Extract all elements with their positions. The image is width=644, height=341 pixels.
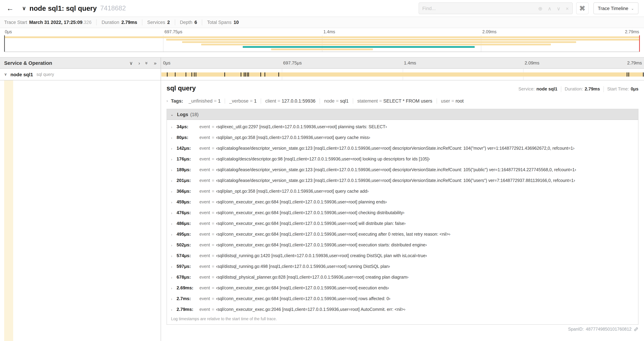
span-service-name: node sql1 bbox=[10, 72, 33, 77]
find-input[interactable] bbox=[422, 6, 533, 11]
log-row[interactable]: › 2.69ms: event=‹sql/conn_executor_exec.… bbox=[167, 282, 638, 293]
log-row[interactable]: › 574μs: event=‹sql/distsql_running.go:1… bbox=[167, 250, 638, 261]
row-collapse-chevron-icon[interactable]: ∨ bbox=[4, 72, 7, 77]
time-tick-label: 2.09ms bbox=[481, 30, 496, 34]
log-row[interactable]: › 189μs: event=‹sql/catalog/lease/descri… bbox=[167, 164, 638, 175]
log-field-key: event bbox=[200, 232, 210, 237]
meta-label: Duration: bbox=[565, 86, 583, 92]
log-marker-tick bbox=[186, 72, 186, 77]
logs-header[interactable]: ⌄ Logs (18) bbox=[167, 109, 638, 120]
log-row[interactable]: › 34μs: event=‹sql/exec_util.go:2297 [ns… bbox=[167, 121, 638, 132]
log-row[interactable]: › 366μs: event=‹sql/plan_opt.go:358 [nsq… bbox=[167, 186, 638, 196]
meta-value: node sql1 bbox=[536, 86, 557, 92]
keyboard-shortcuts-button[interactable]: ⌘ bbox=[576, 3, 588, 14]
log-row[interactable]: › 80μs: event=‹sql/plan_opt.go:358 [nsql… bbox=[167, 132, 638, 143]
minimap-canvas[interactable] bbox=[4, 35, 640, 52]
deep-link-icon[interactable] bbox=[634, 327, 638, 332]
summary-value: 10 bbox=[234, 20, 239, 25]
collapse-one-icon[interactable]: ∨ bbox=[129, 61, 133, 65]
log-marker-tick bbox=[628, 72, 629, 77]
log-field-key: event bbox=[200, 167, 210, 172]
log-timestamp: 486μs: bbox=[176, 218, 200, 229]
log-row[interactable]: › 597μs: event=‹sql/distsql_running.go:4… bbox=[167, 261, 638, 272]
span-row[interactable]: ∨ node sql1 sql query bbox=[0, 69, 644, 80]
log-timestamp: 2.79ms: bbox=[176, 304, 200, 315]
log-field-key: event bbox=[200, 243, 210, 247]
span-row-name-cell[interactable]: ∨ node sql1 sql query bbox=[0, 69, 161, 80]
log-markers bbox=[161, 69, 644, 80]
trace-timeline-label: Trace Timeline bbox=[598, 6, 628, 11]
tag-key: _unfinished bbox=[188, 98, 212, 103]
log-field-key: event bbox=[200, 285, 210, 290]
log-field: event=‹sql/conn_executor_exec.go:684 [ns… bbox=[200, 240, 427, 250]
minimap-span-bar bbox=[242, 46, 474, 48]
log-marker-tick bbox=[192, 72, 192, 77]
log-row[interactable]: › 142μs: event=‹sql/catalog/lease/descri… bbox=[167, 143, 638, 154]
trace-collapse-chevron-icon[interactable]: ∨ bbox=[22, 5, 26, 12]
log-row[interactable]: › 495μs: event=‹sql/conn_executor_exec.g… bbox=[167, 229, 638, 239]
prev-match-icon[interactable]: ∧ bbox=[548, 6, 552, 11]
trace-minimap: 0μs 697.75μs 1.4ms 2.09ms 2.79ms bbox=[4, 28, 640, 52]
trace-summary-item: Duration2.79ms bbox=[96, 19, 142, 25]
log-field: event=‹sql/catalog/lease/descriptor_vers… bbox=[200, 165, 576, 175]
log-row[interactable]: › 502μs: event=‹sql/conn_executor_exec.g… bbox=[167, 239, 638, 250]
log-marker-tick bbox=[224, 72, 225, 77]
equals-sign: = bbox=[212, 232, 214, 237]
next-match-icon[interactable]: ∨ bbox=[557, 6, 560, 11]
log-field-key: event bbox=[200, 221, 210, 226]
tags-toggle[interactable]: › Tags: bbox=[166, 98, 184, 103]
clear-search-icon[interactable]: × bbox=[566, 6, 569, 11]
time-tick-label: 1.4ms bbox=[322, 30, 335, 34]
time-tick-label: 0μs bbox=[5, 30, 12, 34]
log-timestamp: 176μs: bbox=[176, 154, 200, 164]
command-key-icon: ⌘ bbox=[579, 5, 585, 12]
log-row[interactable]: › 486μs: event=‹sql/conn_executor_exec.g… bbox=[167, 218, 638, 229]
meta-value: 2.79ms bbox=[584, 86, 600, 92]
log-row[interactable]: › 201μs: event=‹sql/catalog/lease/descri… bbox=[167, 175, 638, 186]
log-marker-tick bbox=[244, 72, 244, 77]
log-row[interactable]: › 459μs: event=‹sql/conn_executor_exec.g… bbox=[167, 196, 638, 207]
span-id-value: 4877749850101760812 bbox=[586, 327, 632, 332]
log-field: event=‹sql/conn_executor_exec.go:2046 [n… bbox=[200, 304, 406, 315]
expand-one-icon[interactable]: › bbox=[138, 61, 140, 65]
timeline-ticks-header: 0μs 697.75μs 1.4ms 2.09ms 2.79ms bbox=[161, 58, 644, 68]
summary-value: 6 bbox=[194, 20, 197, 25]
log-row[interactable]: › 476μs: event=‹sql/conn_executor_exec.g… bbox=[167, 207, 638, 218]
viewport-right-scrubber[interactable] bbox=[639, 35, 640, 52]
chevron-right-icon: › bbox=[171, 122, 176, 132]
log-row[interactable]: › 678μs: event=‹sql/distsql_physical_pla… bbox=[167, 272, 638, 282]
summary-label: Duration bbox=[102, 20, 119, 25]
span-detail-panel: sql query Service:node sql1 Duration:2.7… bbox=[161, 80, 644, 341]
summary-value: 2 bbox=[167, 20, 170, 25]
log-timestamp: 495μs: bbox=[176, 229, 200, 239]
log-row[interactable]: › 2.79ms: event=‹sql/conn_executor_exec.… bbox=[167, 304, 638, 315]
log-row[interactable]: › 2.7ms: event=‹sql/conn_executor_exec.g… bbox=[167, 293, 638, 304]
log-field-value: ‹sql/distsql_running.go:1420 [nsql1,clie… bbox=[216, 253, 427, 258]
log-timestamp: 597μs: bbox=[176, 261, 200, 272]
log-timestamp: 678μs: bbox=[176, 272, 200, 282]
equals-sign: = bbox=[212, 243, 214, 247]
app-header: ← ∨ node sql1: sql query 7418682 ⊕ ∧ ∨ ×… bbox=[0, 0, 644, 17]
log-row[interactable]: › 176μs: event=‹sql/catalog/descs/descri… bbox=[167, 154, 638, 164]
zoom-to-match-icon[interactable]: ⊕ bbox=[538, 6, 542, 11]
time-tick-label: 697.75μs bbox=[282, 60, 302, 66]
trace-timeline-dropdown[interactable]: Trace Timeline ⌄ bbox=[593, 3, 638, 14]
log-field-value: ‹sql/distsql_physical_planner.go:828 [ns… bbox=[216, 275, 408, 280]
chevron-right-icon: › bbox=[171, 132, 176, 143]
find-search-group: ⊕ ∧ ∨ × bbox=[418, 3, 572, 14]
equals-sign: = bbox=[212, 296, 214, 301]
tag-item: statement=SELECT * FROM users bbox=[353, 98, 436, 103]
back-button[interactable]: ← bbox=[4, 2, 16, 15]
viewport-left-scrubber[interactable] bbox=[4, 35, 5, 52]
equals-sign: = bbox=[212, 264, 214, 269]
log-timestamp: 366μs: bbox=[176, 186, 200, 196]
span-row-timeline-cell[interactable] bbox=[161, 69, 644, 80]
span-id-row: SpanID: 4877749850101760812 bbox=[166, 327, 638, 332]
collapse-all-icon[interactable]: » bbox=[144, 62, 150, 64]
span-operation-name: sql query bbox=[36, 72, 54, 77]
log-field: event=‹sql/distsql_running.go:498 [nsql1… bbox=[200, 261, 390, 272]
expand-all-icon[interactable]: » bbox=[154, 61, 156, 65]
log-field-key: event bbox=[200, 157, 210, 161]
log-marker-tick bbox=[248, 72, 249, 77]
back-arrow-icon: ← bbox=[6, 4, 14, 13]
